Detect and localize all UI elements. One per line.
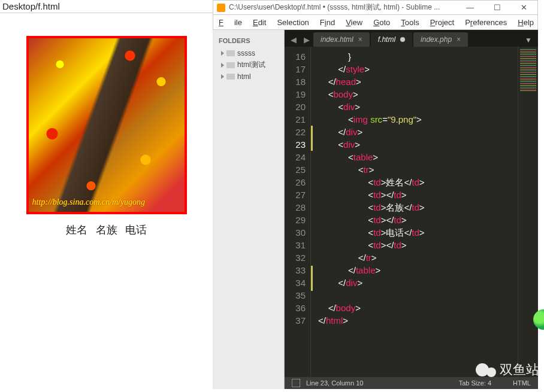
cell-ethnic: 名族 bbox=[96, 224, 117, 236]
status-language[interactable]: HTML bbox=[513, 379, 531, 387]
code-area[interactable]: 1617181920212223242526272829303132333435… bbox=[285, 47, 538, 377]
folder-icon bbox=[226, 74, 235, 80]
nav-fwd-icon[interactable]: ▶ bbox=[300, 35, 313, 47]
page-body: http://blog.sina.com.cn/m/yugong 姓名 名族 电… bbox=[0, 13, 213, 237]
minimize-button[interactable]: — bbox=[457, 1, 483, 15]
menu-help[interactable]: Help bbox=[512, 18, 539, 27]
status-bar[interactable]: Line 23, Column 10 Tab Size: 4 HTML bbox=[285, 377, 538, 389]
menu-tools[interactable]: Tools bbox=[395, 18, 424, 27]
diff-marker bbox=[311, 47, 315, 377]
status-tabsize[interactable]: Tab Size: 4 bbox=[459, 379, 491, 387]
chevron-right-icon bbox=[221, 51, 224, 56]
menu-file[interactable]: File bbox=[213, 18, 247, 27]
sidebar-folder[interactable]: html测试 bbox=[213, 59, 284, 71]
browser-preview: Desktop/f.html http://blog.sina.com.cn/m… bbox=[0, 0, 213, 392]
sidebar-folder[interactable]: sssss bbox=[213, 48, 284, 59]
sidebar-header: FOLDERS bbox=[213, 37, 284, 48]
image-watermark: http://blog.sina.com.cn/m/yugong bbox=[32, 197, 146, 207]
menu-edit[interactable]: Edit bbox=[247, 18, 271, 27]
preview-table-row: 姓名 名族 电话 bbox=[0, 223, 213, 237]
folder-icon bbox=[226, 62, 235, 68]
close-icon[interactable]: × bbox=[358, 35, 362, 44]
close-button[interactable]: ✕ bbox=[510, 1, 537, 15]
window-titlebar[interactable]: C:\Users\user\Desktop\f.html • (sssss, h… bbox=[213, 0, 538, 15]
cell-phone: 电话 bbox=[125, 224, 147, 236]
preview-image: http://blog.sina.com.cn/m/yugong bbox=[26, 36, 187, 214]
code-text[interactable]: } </style> </head> <body> <div> <img src… bbox=[315, 47, 518, 377]
tab-bar[interactable]: ◀ ▶ index.html× f.html index.php× ▼ bbox=[285, 30, 538, 47]
menu-bar[interactable]: File Edit Selection Find View Goto Tools… bbox=[213, 15, 538, 30]
tab-overflow-icon[interactable]: ▼ bbox=[519, 36, 538, 47]
chevron-right-icon bbox=[221, 63, 224, 68]
maximize-button[interactable]: ☐ bbox=[483, 1, 510, 15]
status-icon[interactable] bbox=[292, 379, 300, 387]
modified-dot-icon bbox=[400, 37, 405, 42]
menu-view[interactable]: View bbox=[340, 18, 368, 27]
close-icon[interactable]: × bbox=[457, 35, 461, 44]
status-position: Line 23, Column 10 bbox=[306, 379, 363, 387]
menu-goto[interactable]: Goto bbox=[368, 18, 395, 27]
menu-project[interactable]: Project bbox=[425, 18, 460, 27]
sidebar[interactable]: FOLDERS sssss html测试 html bbox=[213, 30, 285, 389]
nav-back-icon[interactable]: ◀ bbox=[287, 35, 300, 47]
tab-index-html[interactable]: index.html× bbox=[313, 32, 370, 47]
cell-name: 姓名 bbox=[66, 224, 87, 236]
menu-find[interactable]: Find bbox=[315, 18, 340, 27]
gutter: 1617181920212223242526272829303132333435… bbox=[285, 47, 311, 377]
wechat-icon bbox=[486, 367, 496, 377]
tab-index-php[interactable]: index.php× bbox=[413, 32, 468, 47]
overlay-watermark: 双鱼站 bbox=[476, 361, 539, 379]
minimap[interactable] bbox=[518, 47, 538, 377]
editor: ◀ ▶ index.html× f.html index.php× ▼ 1617… bbox=[285, 30, 538, 389]
address-bar[interactable]: Desktop/f.html bbox=[0, 0, 213, 13]
tab-f-html[interactable]: f.html bbox=[371, 32, 412, 47]
folder-icon bbox=[226, 50, 235, 56]
window-title: C:\Users\user\Desktop\f.html • (sssss, h… bbox=[229, 2, 457, 13]
sublime-window: C:\Users\user\Desktop\f.html • (sssss, h… bbox=[213, 0, 538, 389]
menu-preferences[interactable]: Preferences bbox=[460, 18, 512, 27]
chevron-right-icon bbox=[221, 74, 224, 79]
sidebar-folder[interactable]: html bbox=[213, 71, 284, 82]
menu-selection[interactable]: Selection bbox=[271, 18, 314, 27]
app-icon bbox=[217, 4, 225, 12]
